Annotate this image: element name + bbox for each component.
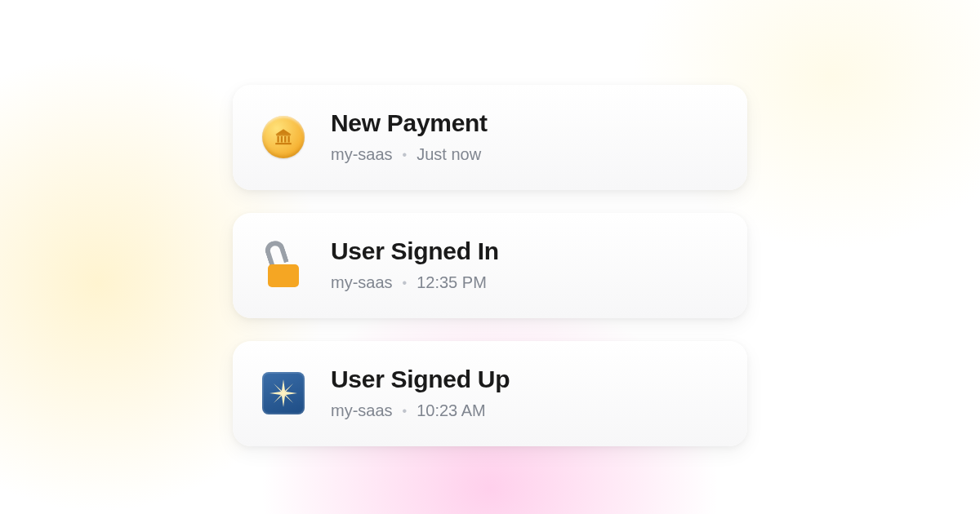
coin-bank-icon xyxy=(261,114,306,160)
svg-rect-0 xyxy=(276,134,290,135)
svg-rect-5 xyxy=(275,143,292,144)
notification-title: New Payment xyxy=(331,109,488,137)
notification-card[interactable]: New Payment my-saas • Just now xyxy=(233,85,747,190)
svg-point-14 xyxy=(281,391,286,396)
sparkle-tile-icon xyxy=(261,370,306,416)
notification-project: my-saas xyxy=(331,401,393,420)
notification-meta: my-saas • 10:23 AM xyxy=(331,401,510,420)
notification-time: Just now xyxy=(416,145,481,164)
notification-meta: my-saas • Just now xyxy=(331,145,488,164)
svg-rect-3 xyxy=(284,135,286,142)
notification-card[interactable]: User Signed In my-saas • 12:35 PM xyxy=(233,213,747,318)
unlock-icon xyxy=(261,242,306,288)
svg-rect-2 xyxy=(281,135,283,142)
notification-project: my-saas xyxy=(331,273,393,292)
notification-time: 12:35 PM xyxy=(416,273,487,292)
separator-dot: • xyxy=(403,148,408,162)
notification-meta: my-saas • 12:35 PM xyxy=(331,273,499,292)
notification-card[interactable]: User Signed Up my-saas • 10:23 AM xyxy=(233,341,747,446)
notification-title: User Signed Up xyxy=(331,366,510,393)
separator-dot: • xyxy=(403,404,408,419)
separator-dot: • xyxy=(403,276,408,290)
notification-title: User Signed In xyxy=(331,237,499,265)
notification-content: New Payment my-saas • Just now xyxy=(331,109,488,164)
svg-rect-1 xyxy=(277,135,278,142)
notification-content: User Signed In my-saas • 12:35 PM xyxy=(331,237,499,292)
notification-time: 10:23 AM xyxy=(416,401,486,420)
notification-project: my-saas xyxy=(331,145,393,164)
notification-feed: New Payment my-saas • Just now User Sign… xyxy=(233,0,747,446)
svg-rect-4 xyxy=(287,135,289,142)
notification-content: User Signed Up my-saas • 10:23 AM xyxy=(331,366,510,420)
